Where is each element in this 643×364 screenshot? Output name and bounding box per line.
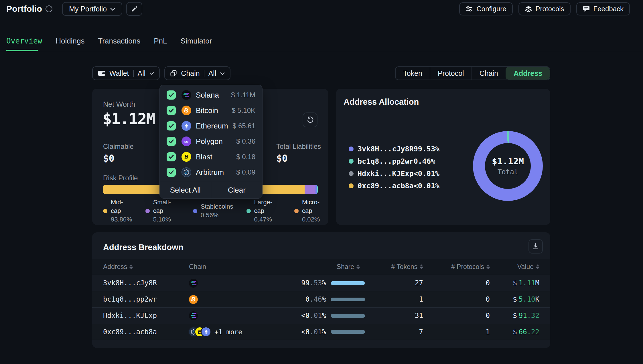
ethereum-icon	[182, 121, 191, 131]
portfolio-selector[interactable]: My Portfolio	[62, 2, 122, 16]
chain-filter-dropdown: Solana $ 1.11M B Bitcoin $ 5.10K Ethereu…	[159, 85, 263, 199]
row-protocols: 0	[423, 279, 490, 287]
donut-total-label: Total	[498, 168, 518, 176]
sort-icon	[129, 264, 133, 269]
chain-option-arbitrum[interactable]: Arbitrum $ 0.09	[160, 165, 262, 180]
configure-button[interactable]: Configure	[459, 2, 512, 15]
tab-pnl[interactable]: PnL	[154, 37, 167, 46]
risk-legend-item: Micro-cap0.02%	[294, 198, 328, 224]
risk-legend-item: Mid-cap93.86%	[103, 198, 132, 224]
chain-option-ethereum[interactable]: Ethereum $ 65.61	[160, 118, 262, 134]
risk-profile-label: Risk Profile	[103, 174, 138, 182]
chain-option-blast[interactable]: B Blast $ 0.18	[160, 149, 262, 165]
view-switcher: Token Protocol Chain Address	[395, 66, 550, 80]
bitcoin-icon: B	[189, 295, 198, 304]
wallet-filter[interactable]: Wallet All	[92, 66, 160, 80]
legend-dot	[145, 209, 150, 213]
legend-address: 0xc89...acb8a	[358, 182, 414, 190]
solana-icon	[189, 279, 198, 288]
feedback-button[interactable]: Feedback	[576, 2, 630, 15]
sort-icon	[486, 264, 490, 269]
checkbox-checked-icon[interactable]	[167, 152, 176, 161]
legend-pct: 0.02%	[302, 215, 328, 224]
view-tab-protocol[interactable]: Protocol	[430, 67, 472, 80]
sort-icon	[356, 264, 360, 269]
address-allocation-card: Address Allocation 3vk8H...cJy8R 99.53% …	[336, 89, 550, 225]
claimable-label: Claimable	[103, 143, 134, 151]
allocation-legend-item[interactable]: bc1q8...pp2wr 0.46%	[349, 157, 435, 165]
row-value: $1.11M	[490, 279, 539, 287]
table-row[interactable]: 3vk8H...cJy8R 99.53% 27 0 $1.11M	[92, 275, 550, 291]
row-tokens: 7	[365, 328, 423, 336]
chain-filter-value: All	[208, 69, 216, 78]
checkbox-checked-icon[interactable]	[167, 137, 176, 146]
info-icon[interactable]: i	[46, 5, 52, 12]
row-tokens: 31	[365, 312, 423, 320]
chain-option-value: $ 0.36	[236, 137, 255, 145]
tab-transactions[interactable]: Transactions	[98, 37, 140, 46]
liabilities-value: $0	[276, 153, 288, 164]
col-header-share[interactable]: Share	[269, 263, 365, 271]
row-chains	[189, 311, 269, 320]
wallet-filter-label: Wallet	[109, 69, 129, 78]
view-tab-chain[interactable]: Chain	[472, 67, 506, 80]
net-worth-label: Net Worth	[103, 100, 135, 108]
edit-portfolio-button[interactable]	[126, 2, 142, 16]
col-header-address[interactable]: Address	[103, 263, 189, 271]
chain-option-polygon[interactable]: ∞ Polygon $ 0.36	[160, 134, 262, 149]
checkbox-checked-icon[interactable]	[167, 106, 176, 115]
view-tab-token[interactable]: Token	[396, 67, 430, 80]
col-header-protocols[interactable]: # Protocols	[423, 263, 490, 271]
blast-icon: B	[182, 152, 191, 162]
breakdown-title: Address Breakdown	[103, 243, 183, 252]
download-button[interactable]	[528, 239, 543, 254]
select-all-button[interactable]: Select All	[160, 182, 211, 198]
legend-dot	[349, 147, 354, 151]
download-icon	[532, 243, 539, 250]
checkbox-checked-icon[interactable]	[167, 121, 176, 130]
chain-option-label: Polygon	[196, 137, 223, 146]
ethereum-icon	[202, 327, 210, 336]
chain-option-label: Bitcoin	[196, 106, 218, 115]
row-protocols: 1	[423, 328, 490, 336]
sliders-icon	[466, 5, 473, 13]
col-header-tokens[interactable]: # Tokens	[365, 263, 423, 271]
more-chains-label: +1 more	[214, 328, 242, 336]
chain-option-solana[interactable]: Solana $ 1.11M	[160, 87, 262, 103]
page-title: Portfolio	[6, 4, 42, 14]
allocation-legend-item[interactable]: 0xc89...acb8a <0.01%	[349, 182, 435, 190]
refresh-button[interactable]	[303, 112, 317, 127]
chain-filter-label: Chain	[181, 69, 200, 78]
tab-overview[interactable]: Overview	[6, 37, 42, 45]
row-value: $66.22	[490, 328, 539, 336]
legend-pct: 5.10%	[153, 215, 180, 224]
layers-icon	[525, 5, 532, 13]
checkbox-checked-icon[interactable]	[167, 168, 176, 177]
table-row[interactable]: Hdxki...KJExp <0.01% 31 0 $91.32	[92, 307, 550, 324]
row-tokens: 27	[365, 279, 423, 287]
col-header-value[interactable]: Value	[490, 263, 539, 271]
allocation-legend-item[interactable]: Hdxki...KJExp <0.01%	[349, 169, 435, 178]
table-header-row: Address Chain Share # Tokens # Protocols…	[92, 259, 550, 275]
table-row[interactable]: 0xc89...acb8a B +1 more <0.01%	[92, 324, 550, 340]
allocation-legend-item[interactable]: 3vk8H...cJy8R 99.53%	[349, 145, 435, 153]
legend-dot	[103, 209, 107, 213]
risk-legend-item: Stablecoins0.56%	[193, 198, 233, 224]
view-tab-address[interactable]: Address	[506, 67, 550, 80]
tab-simulator[interactable]: Simulator	[181, 37, 212, 46]
protocols-button[interactable]: Protocols	[518, 2, 571, 15]
chain-filter[interactable]: Chain All	[164, 66, 230, 80]
checkbox-checked-icon[interactable]	[167, 90, 176, 100]
chain-option-label: Ethereum	[196, 122, 228, 130]
chain-option-value: $ 0.18	[236, 153, 255, 161]
feedback-label: Feedback	[593, 5, 624, 13]
pencil-icon	[131, 5, 138, 12]
tab-holdings[interactable]: Holdings	[56, 37, 84, 46]
table-row[interactable]: bc1q8...pp2wr B 0.46% 1 0 $5.10K	[92, 291, 550, 307]
legend-label: Small-cap	[153, 198, 180, 215]
chain-option-bitcoin[interactable]: B Bitcoin $ 5.10K	[160, 103, 262, 118]
allocation-donut-chart[interactable]: $1.12M Total	[473, 131, 543, 201]
clear-button[interactable]: Clear	[211, 182, 263, 198]
chain-option-value: $ 65.61	[232, 122, 255, 130]
row-protocols: 0	[423, 312, 490, 320]
